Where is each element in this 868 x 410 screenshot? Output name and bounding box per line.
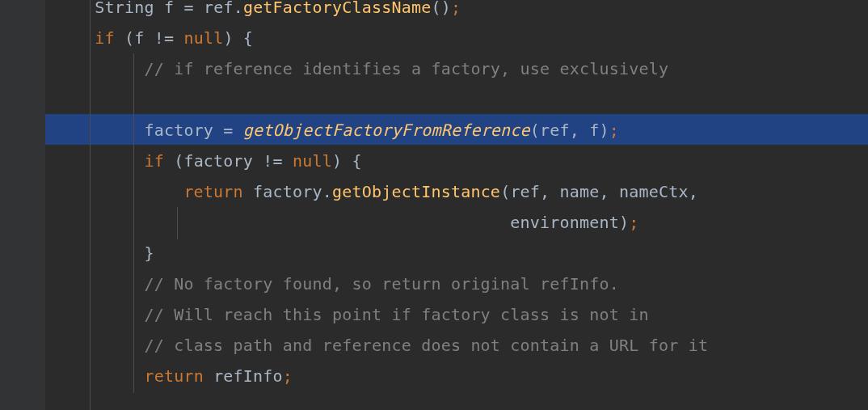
indent <box>45 336 144 355</box>
token-ident: f <box>164 0 174 17</box>
code-line[interactable]: // Will reach this point if factory clas… <box>0 299 708 330</box>
token-paren: ) <box>619 213 629 232</box>
code-lines[interactable]: String f = ref.getFactoryClassName(); if… <box>0 0 708 391</box>
token-method: getFactoryClassName <box>243 0 432 17</box>
code-line[interactable]: } <box>0 238 708 268</box>
token-method: getObjectFactoryFromReference <box>243 120 530 140</box>
indent <box>45 120 144 140</box>
token-paren: ( <box>164 151 183 171</box>
token-ident <box>154 0 164 17</box>
indent <box>45 305 144 324</box>
token-ident: environment <box>510 213 619 232</box>
token-brace: } <box>144 243 154 263</box>
code-line[interactable]: return factory.getObjectInstance(ref, na… <box>0 176 708 207</box>
token-ident: nameCtx <box>619 182 689 201</box>
indent <box>45 274 144 294</box>
token-kw: if <box>95 28 114 48</box>
indent <box>45 182 183 201</box>
indent <box>45 0 95 17</box>
token-ident: name <box>560 182 600 201</box>
token-punct: . <box>234 0 243 17</box>
token-op: = <box>213 120 243 140</box>
code-editor[interactable]: String f = ref.getFactoryClassName(); if… <box>0 0 868 184</box>
indent <box>45 151 144 171</box>
token-op: != <box>144 28 183 48</box>
token-semi: ; <box>283 366 293 386</box>
token-ident <box>204 366 213 386</box>
code-line[interactable]: if (factory != null) { <box>0 146 708 176</box>
token-paren: ( <box>530 120 540 140</box>
token-punct: , <box>540 182 559 201</box>
code-line[interactable]: factory = getObjectFactoryFromReference(… <box>0 115 708 146</box>
token-brace: { <box>243 28 253 48</box>
code-line[interactable]: // No factory found, so return original … <box>0 268 708 299</box>
token-op: = <box>174 0 204 17</box>
token-ident <box>243 182 253 201</box>
token-semi: ; <box>451 0 461 17</box>
token-comment: // Will reach this point if factory clas… <box>144 305 648 324</box>
token-kw: null <box>293 151 332 171</box>
token-ident: factory <box>144 120 213 140</box>
token-semi: ; <box>609 120 619 140</box>
token-ident: f <box>589 120 599 140</box>
token-punct: . <box>322 182 332 201</box>
token-ident: factory <box>253 182 322 201</box>
token-kw: return <box>144 366 203 386</box>
token-comment: // if reference identifies a factory, us… <box>144 59 668 78</box>
token-brace: { <box>352 151 362 171</box>
token-ident: factory <box>183 151 253 171</box>
token-punct: , <box>570 120 589 140</box>
token-paren: ( <box>115 28 134 48</box>
token-ident: ref <box>540 120 570 140</box>
indent <box>45 243 144 263</box>
token-paren: ) <box>600 120 609 140</box>
token-kw: if <box>144 151 163 171</box>
code-line[interactable]: if (f != null) { <box>0 23 708 53</box>
token-punct: , <box>600 182 619 201</box>
token-paren: ) <box>223 28 242 48</box>
token-ident: f <box>134 28 144 48</box>
token-paren: ) <box>332 151 352 171</box>
indent <box>45 59 144 78</box>
token-semi: ; <box>629 213 638 232</box>
token-paren: () <box>431 0 450 17</box>
token-kw: return <box>183 182 242 201</box>
token-ident: ref <box>204 0 234 17</box>
indent <box>45 366 144 386</box>
indent <box>45 28 95 48</box>
code-line[interactable] <box>0 84 708 115</box>
token-comment: // No factory found, so return original … <box>144 274 619 294</box>
token-punct: , <box>689 182 698 201</box>
token-ident: ref <box>510 182 540 201</box>
token-kw: null <box>183 28 223 48</box>
token-method: getObjectInstance <box>332 182 500 201</box>
token-op: != <box>253 151 293 171</box>
code-line[interactable]: String f = ref.getFactoryClassName(); <box>0 0 708 23</box>
code-line[interactable]: return refInfo; <box>0 361 708 391</box>
token-paren: ( <box>500 182 510 201</box>
token-ident: refInfo <box>213 366 283 386</box>
code-line[interactable]: // class path and reference does not con… <box>0 330 708 361</box>
token-comment: // class path and reference does not con… <box>144 336 708 355</box>
indent <box>45 213 510 232</box>
code-line[interactable]: environment); <box>0 207 708 238</box>
token-type: String <box>95 0 154 17</box>
code-line[interactable]: // if reference identifies a factory, us… <box>0 53 708 84</box>
